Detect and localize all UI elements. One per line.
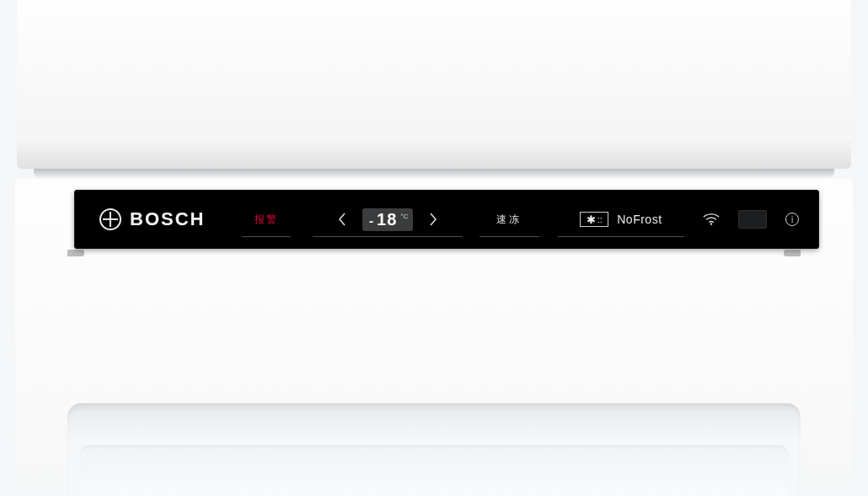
brand-name: BOSCH (130, 208, 205, 230)
nofrost-indicator: ✱ :: NoFrost (555, 190, 688, 249)
temperature-sign: - (369, 213, 373, 228)
control-panel: BOSCH 报警 - 18 °C 速冻 ✱ :: NoFrost (74, 190, 819, 249)
nofrost-label: NoFrost (617, 213, 662, 226)
wifi-icon[interactable] (703, 213, 720, 226)
temperature-down-button[interactable] (337, 212, 347, 227)
hinge-left (67, 250, 84, 256)
fast-freeze-button[interactable]: 速冻 (476, 190, 543, 249)
fast-freeze-label: 速冻 (496, 213, 522, 227)
alarm-label: 报警 (255, 213, 278, 227)
bosch-armature-icon (99, 208, 121, 230)
brand-logo: BOSCH (99, 208, 205, 230)
info-icon[interactable]: i (785, 213, 799, 226)
temperature-control: - 18 °C (309, 190, 466, 249)
temperature-display: - 18 °C (362, 208, 413, 231)
snowflake-icon: ✱ :: (580, 212, 608, 227)
right-cluster: i (703, 210, 799, 229)
alarm-button[interactable]: 报警 (238, 190, 294, 249)
display-window-button[interactable] (738, 210, 767, 229)
appliance-lid-top (17, 0, 851, 135)
temperature-up-button[interactable] (428, 212, 438, 227)
hinge-right (784, 250, 801, 256)
appliance-lid-front (17, 135, 851, 169)
svg-point-0 (710, 223, 712, 224)
temperature-value: 18 (377, 210, 397, 229)
drawer-front (80, 445, 788, 496)
appliance-lid-shadow (34, 169, 834, 177)
temperature-unit: °C (400, 213, 408, 220)
